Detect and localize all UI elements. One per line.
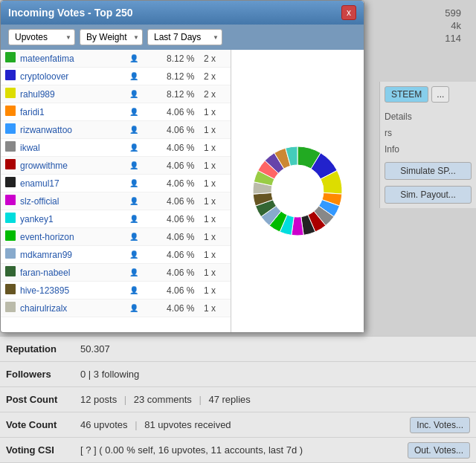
vote-item[interactable]: rahul989 👤 8.12 % 2 x: [1, 85, 231, 103]
out-votes-button[interactable]: Out. Votes...: [408, 442, 470, 459]
voter-pct: 8.12 %: [167, 54, 204, 64]
vote-item[interactable]: slz-official 👤 4.06 % 1 x: [1, 192, 231, 210]
post-count-value: 12 posts | 23 comments | 47 replies: [80, 394, 470, 405]
vote-item[interactable]: mateenfatima 👤 8.12 % 2 x: [1, 50, 231, 68]
comments-text: 23 comments: [134, 394, 192, 405]
filter-select-wrapper: Upvotes Downvotes All Votes: [8, 29, 75, 45]
vote-item[interactable]: enamul17 👤 4.06 % 1 x: [1, 175, 231, 192]
voter-count: 2 x: [204, 71, 226, 82]
vote-item[interactable]: faridi1 👤 4.06 % 1 x: [1, 103, 231, 121]
voter-color-dot: [5, 177, 20, 190]
voter-username[interactable]: enamul17: [20, 178, 129, 189]
voter-pct: 4.06 %: [167, 196, 204, 207]
voter-pct: 4.06 %: [167, 268, 204, 278]
voter-pct: 4.06 %: [167, 232, 204, 242]
voter-username[interactable]: growwithme: [20, 161, 129, 171]
dots-button[interactable]: ...: [431, 86, 449, 103]
vote-item[interactable]: faran-nabeel 👤 4.06 % 1 x: [1, 264, 231, 282]
voter-count: 1 x: [204, 107, 226, 117]
person-icon: 👤: [129, 233, 167, 241]
sort-select[interactable]: By Weight By Count By Time: [80, 29, 143, 45]
voter-pct: 4.06 %: [167, 250, 204, 260]
voter-username[interactable]: rahul989: [20, 89, 129, 100]
modal-close-button[interactable]: x: [341, 5, 356, 20]
voter-username[interactable]: hive-123895: [20, 285, 129, 296]
upvotes-received-text: 81 upvotes received: [144, 419, 231, 430]
voter-username[interactable]: cryptoloover: [20, 71, 129, 82]
steem-button[interactable]: STEEM: [385, 86, 428, 103]
bg-number-2: 4k: [451, 20, 461, 31]
voter-color-dot: [5, 70, 20, 82]
followers-value: 0 | 3 following: [80, 369, 470, 380]
voter-count: 1 x: [204, 232, 226, 242]
followers-link[interactable]: rs: [385, 126, 472, 140]
vote-item[interactable]: growwithme 👤 4.06 % 1 x: [1, 157, 231, 175]
post-count-row: Post Count 12 posts | 23 comments | 47 r…: [0, 387, 476, 412]
person-icon: 👤: [129, 268, 167, 276]
vote-item[interactable]: hive-123895 👤 4.06 % 1 x: [1, 282, 231, 300]
modal-title: Incoming Votes - Top 250: [8, 7, 133, 19]
background-numbers: 599 4k 114: [445, 0, 461, 44]
voter-username[interactable]: yankey1: [20, 214, 129, 224]
voter-username[interactable]: event-horizon: [20, 232, 129, 242]
vote-item[interactable]: mdkamran99 👤 4.06 % 1 x: [1, 246, 231, 264]
voter-username[interactable]: ikwal: [20, 143, 129, 153]
separator-3: |: [135, 419, 140, 430]
voter-username[interactable]: rizwanwattoo: [20, 125, 129, 135]
reputation-value: 50.307: [80, 343, 470, 354]
voter-color-dot: [5, 230, 20, 243]
person-icon: 👤: [129, 90, 167, 98]
person-icon: 👤: [129, 286, 167, 294]
voter-color-dot: [5, 141, 20, 154]
voter-count: 1 x: [204, 214, 226, 224]
voting-csi-row: Voting CSI [ ? ] ( 0.00 % self, 16 upvot…: [0, 438, 476, 463]
vote-item[interactable]: cryptoloover 👤 8.12 % 2 x: [1, 68, 231, 85]
followers-row: Followers 0 | 3 following: [0, 362, 476, 387]
person-icon: 👤: [129, 143, 167, 152]
voter-color-dot: [5, 302, 20, 314]
voter-count: 1 x: [204, 125, 226, 135]
voter-color-dot: [5, 195, 20, 207]
simulate-sp-button[interactable]: Simulate SP...: [385, 162, 472, 180]
voter-username[interactable]: mdkamran99: [20, 250, 129, 260]
modal-controls: Upvotes Downvotes All Votes By Weight By…: [1, 25, 364, 50]
voter-count: 1 x: [204, 268, 226, 278]
vote-item[interactable]: chairulrizalx 👤 4.06 % 1 x: [1, 300, 231, 317]
voter-pct: 8.12 %: [167, 89, 204, 100]
voter-pct: 4.06 %: [167, 285, 204, 296]
voter-username[interactable]: slz-official: [20, 196, 129, 207]
period-select[interactable]: Last 7 Days Last 30 Days Last 90 Days: [147, 29, 222, 45]
steem-row: STEEM ...: [385, 86, 472, 103]
voter-pct: 8.12 %: [167, 71, 204, 82]
voter-count: 1 x: [204, 303, 226, 314]
vote-count-row: Vote Count 46 upvotes | 81 upvotes recei…: [0, 412, 476, 438]
vote-item[interactable]: ikwal 👤 4.06 % 1 x: [1, 139, 231, 157]
details-link[interactable]: Details: [385, 110, 472, 123]
voter-username[interactable]: faridi1: [20, 107, 129, 117]
separator-2: |: [199, 394, 204, 405]
right-panel: STEEM ... Details rs Info Simulate SP...…: [379, 82, 476, 208]
vote-item[interactable]: event-horizon 👤 4.06 % 1 x: [1, 228, 231, 246]
modal-body: mateenfatima 👤 8.12 % 2 x cryptoloover 👤…: [1, 50, 364, 332]
vote-item[interactable]: rizwanwattoo 👤 4.06 % 1 x: [1, 121, 231, 139]
info-link[interactable]: Info: [385, 143, 472, 156]
separator-1: |: [124, 394, 129, 405]
voter-count: 1 x: [204, 250, 226, 260]
simulate-payout-button[interactable]: Sim. Payout...: [385, 186, 472, 204]
voter-color-dot: [5, 159, 20, 172]
voter-username[interactable]: chairulrizalx: [20, 303, 129, 314]
person-icon: 👤: [129, 126, 167, 134]
voter-username[interactable]: mateenfatima: [20, 54, 129, 64]
voter-pct: 4.06 %: [167, 143, 204, 153]
voter-username[interactable]: faran-nabeel: [20, 268, 129, 278]
inc-votes-button[interactable]: Inc. Votes...: [410, 417, 470, 433]
voter-count: 1 x: [204, 143, 226, 153]
voters-list: mateenfatima 👤 8.12 % 2 x cryptoloover 👤…: [1, 50, 231, 332]
posts-text: 12 posts: [80, 394, 117, 405]
person-icon: 👤: [129, 108, 167, 116]
voter-pct: 4.06 %: [167, 125, 204, 135]
filter-select[interactable]: Upvotes Downvotes All Votes: [8, 29, 75, 45]
reputation-label: Reputation: [6, 343, 80, 354]
person-icon: 👤: [129, 250, 167, 259]
vote-item[interactable]: yankey1 👤 4.06 % 1 x: [1, 210, 231, 228]
